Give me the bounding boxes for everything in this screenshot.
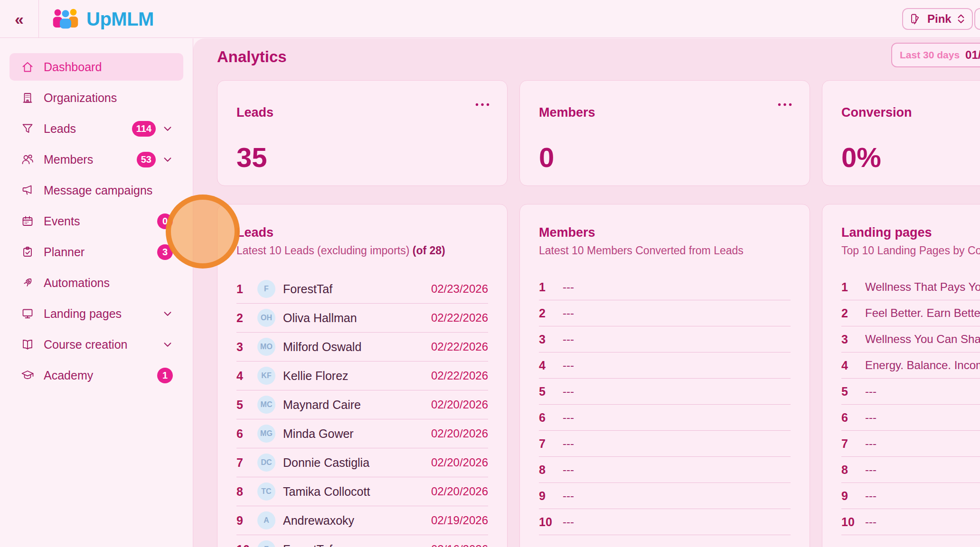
- lead-row[interactable]: 5 MC Maynard Caire 02/20/2026: [236, 390, 488, 419]
- count-badge: 3: [157, 244, 173, 260]
- ellipsis-icon[interactable]: [475, 102, 490, 107]
- lead-row[interactable]: 7 DC Donnie Castiglia 02/20/2026: [236, 448, 488, 477]
- landing-page-row[interactable]: 4 Energy. Balance. Income.: [841, 352, 980, 379]
- sidebar-collapse-button[interactable]: «: [0, 0, 39, 38]
- chevron-down-icon[interactable]: [162, 123, 173, 134]
- member-row[interactable]: 3 ---: [539, 326, 791, 352]
- sidebar-item[interactable]: Automations: [9, 269, 183, 297]
- sidebar-item[interactable]: Landing pages: [9, 300, 183, 327]
- member-row[interactable]: 7 ---: [539, 431, 791, 457]
- stat-card-title: Leads: [236, 105, 273, 120]
- landing-page-row[interactable]: 8 ---: [841, 457, 980, 483]
- lead-row[interactable]: 9 A Andrewaxoky 02/19/2026: [236, 506, 488, 535]
- landing-page-row[interactable]: 5 ---: [841, 379, 980, 405]
- member-row[interactable]: 5 ---: [539, 379, 791, 405]
- avatar: F: [257, 280, 275, 298]
- member-row[interactable]: 6 ---: [539, 405, 791, 431]
- member-row[interactable]: 8 ---: [539, 457, 791, 483]
- lead-date: 02/22/2026: [431, 311, 488, 324]
- main-panel: Analytics Last 30 days 01/2 Leads 35 Mem…: [193, 38, 980, 547]
- sidebar-item[interactable]: Members 53: [9, 146, 183, 173]
- sidebar-item[interactable]: Organizations: [9, 84, 183, 111]
- planner-icon: [21, 245, 34, 259]
- leads-list-card: Leads Latest 10 Leads (excluding imports…: [217, 204, 508, 547]
- row-index: 7: [236, 456, 250, 470]
- landing-page-name: ---: [865, 411, 980, 424]
- landing-page-row[interactable]: 9 ---: [841, 483, 980, 509]
- lead-date: 02/22/2026: [431, 340, 488, 353]
- lead-name: Tamika Collocott: [283, 485, 424, 499]
- landing-page-row[interactable]: 2 Feel Better. Earn Better.: [841, 300, 980, 326]
- avatar: MO: [257, 338, 275, 356]
- member-row[interactable]: 2 ---: [539, 300, 791, 326]
- sidebar-item-label: Leads: [44, 122, 122, 136]
- chevron-down-icon[interactable]: [162, 154, 173, 165]
- date-range-label: Last 30 days: [900, 49, 960, 61]
- sidebar-item[interactable]: Dashboard: [9, 53, 183, 81]
- chevron-down-icon[interactable]: [162, 308, 173, 319]
- chevron-down-icon[interactable]: [162, 339, 173, 350]
- home-icon: [21, 60, 34, 74]
- member-value: ---: [563, 515, 791, 528]
- landing-page-row[interactable]: 3 Wellness You Can Share: [841, 326, 980, 352]
- sidebar-item[interactable]: Events 0: [9, 207, 183, 235]
- date-range-filter[interactable]: Last 30 days 01/2: [891, 43, 980, 67]
- partial-topbar-button[interactable]: [974, 8, 980, 30]
- row-index: 4: [539, 359, 552, 372]
- landing-page-row[interactable]: 10 ---: [841, 509, 980, 535]
- avatar: OH: [257, 309, 275, 327]
- avatar: F: [257, 540, 275, 547]
- sidebar-item[interactable]: Message campaigns: [9, 176, 183, 204]
- lead-row[interactable]: 1 F ForestTaf 02/23/2026: [236, 275, 488, 304]
- row-index: 1: [539, 280, 552, 294]
- row-index: 3: [841, 333, 855, 346]
- sidebar: Dashboard Organizations Leads: [0, 38, 193, 547]
- lead-name: Donnie Castiglia: [283, 456, 424, 470]
- theme-selector-button[interactable]: Pink: [902, 8, 973, 30]
- sidebar-item-label: Events: [44, 214, 148, 228]
- count-badge: 114: [132, 121, 156, 137]
- updown-chevron-icon: [957, 13, 965, 25]
- megaphone-icon: [21, 184, 34, 197]
- member-value: ---: [563, 359, 791, 372]
- row-index: 8: [539, 463, 552, 477]
- landing-page-row[interactable]: 7 ---: [841, 431, 980, 457]
- stat-card: Conversion 0%: [822, 80, 980, 186]
- book-icon: [21, 338, 34, 351]
- lead-row[interactable]: 3 MO Milford Oswald 02/22/2026: [236, 333, 488, 362]
- lead-name: Oliva Hallman: [283, 311, 424, 325]
- lead-row[interactable]: 6 MG Minda Gower 02/20/2026: [236, 419, 488, 448]
- sidebar-item-label: Planner: [44, 245, 148, 259]
- sidebar-item[interactable]: Course creation: [9, 331, 183, 358]
- landing-page-row[interactable]: 6 ---: [841, 405, 980, 431]
- lead-row[interactable]: 4 KF Kellie Florez 02/22/2026: [236, 362, 488, 390]
- lead-row[interactable]: 10 F ForestTaf 02/16/2026: [236, 535, 488, 547]
- landing-page-row[interactable]: 1 Wellness That Pays You Back: [841, 274, 980, 300]
- row-index: 10: [539, 515, 552, 529]
- lead-date: 02/20/2026: [431, 485, 488, 498]
- lead-row[interactable]: 2 OH Oliva Hallman 02/22/2026: [236, 304, 488, 333]
- stat-card-value: 0%: [841, 141, 881, 173]
- member-row[interactable]: 4 ---: [539, 352, 791, 379]
- landing-page-name: Wellness That Pays You Back: [865, 280, 980, 294]
- members-rows: 1 --- 2 --- 3 --- 4 ---: [539, 274, 791, 535]
- lead-row[interactable]: 8 TC Tamika Collocott 02/20/2026: [236, 477, 488, 506]
- upmlm-logo-icon: [51, 8, 80, 30]
- member-row[interactable]: 9 ---: [539, 483, 791, 509]
- landing-page-name: ---: [865, 515, 980, 528]
- sidebar-item[interactable]: Academy 1: [9, 362, 183, 389]
- sidebar-item[interactable]: Leads 114: [9, 115, 183, 142]
- stat-card: Members 0: [519, 80, 810, 186]
- member-row[interactable]: 10 ---: [539, 509, 791, 535]
- member-row[interactable]: 1 ---: [539, 274, 791, 300]
- leads-list-title: Leads: [236, 225, 273, 240]
- page-title: Analytics: [217, 48, 287, 66]
- lead-name: Maynard Caire: [283, 398, 424, 412]
- top-bar: « UpMLM Pink: [0, 0, 980, 38]
- row-index: 6: [236, 427, 250, 441]
- lead-date: 02/19/2026: [431, 514, 488, 527]
- sidebar-item[interactable]: Planner 3: [9, 238, 183, 266]
- member-value: ---: [563, 489, 791, 502]
- lead-date: 02/20/2026: [431, 427, 488, 440]
- ellipsis-icon[interactable]: [777, 102, 792, 107]
